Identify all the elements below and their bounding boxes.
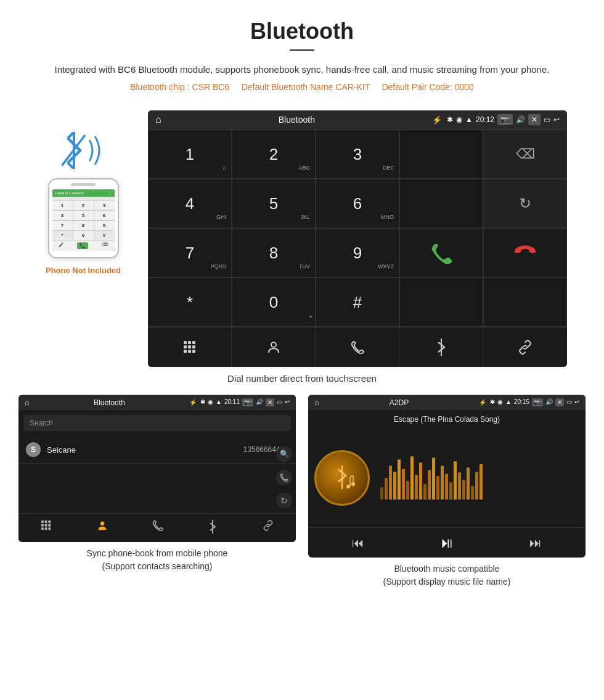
music-song-title: Escape (The Pina Colada Song) xyxy=(394,415,500,424)
dial-key-9[interactable]: 9 WXYZ xyxy=(316,228,399,278)
eq-bar-24 xyxy=(480,464,483,500)
svg-point-22 xyxy=(100,521,104,525)
pb-tb-bt-icon xyxy=(208,520,218,533)
bt-waves-icon xyxy=(86,134,108,168)
location-status-icon: ◉ xyxy=(456,115,462,124)
key-0-num: 0 xyxy=(269,293,278,312)
phone-icon-mic: 🎤 xyxy=(59,242,64,249)
dial-key-7[interactable]: 7 PQRS xyxy=(148,228,232,278)
dial-key-8[interactable]: 8 TUV xyxy=(232,228,316,278)
key-7-sub: PQRS xyxy=(210,263,226,270)
pb-home-icon[interactable]: ⌂ xyxy=(25,398,30,407)
phone-key-8[interactable]: 8 xyxy=(73,221,94,230)
phone-icon-del: ⌫ xyxy=(102,242,108,249)
toolbar-dialpad-button[interactable] xyxy=(148,327,232,367)
dial-key-hash[interactable]: # xyxy=(316,278,399,327)
eq-bar-1 xyxy=(380,487,383,500)
phone-key-star[interactable]: * xyxy=(52,231,73,240)
music-next-button[interactable]: ⏭ xyxy=(529,536,542,550)
music-scr-icon: ▭ xyxy=(566,398,572,406)
dial-key-6[interactable]: 6 MNO xyxy=(316,179,399,228)
pb-tb-call-log[interactable] xyxy=(152,520,163,536)
toolbar-bluetooth-button[interactable] xyxy=(399,327,483,367)
dial-home-icon[interactable]: ⌂ xyxy=(155,114,161,125)
time-display: 20:12 xyxy=(476,115,494,124)
dial-key-4[interactable]: 4 GHI xyxy=(148,179,232,228)
key-hash-num: # xyxy=(353,293,362,312)
svg-rect-15 xyxy=(48,521,51,523)
close-status-icon: ✕ xyxy=(528,114,541,125)
svg-line-1 xyxy=(62,135,85,166)
phone-key-1[interactable]: 1 xyxy=(52,201,73,210)
pb-tb-contacts-active[interactable] xyxy=(97,520,108,536)
pb-loc-icon: ◉ xyxy=(208,398,213,406)
dial-key-1[interactable]: 1 ⌂ xyxy=(148,130,232,179)
toolbar-call-log-button[interactable] xyxy=(316,327,399,367)
svg-rect-10 xyxy=(192,350,195,353)
phonebook-item: ⌂ Bluetooth ⚡ ✱ ◉ ▲ 20:11 📷 🔊 ✕ ▭ ↩ xyxy=(18,395,296,588)
eq-bar-3 xyxy=(389,466,392,500)
pb-search-bar: Search xyxy=(23,415,291,431)
toolbar-link-button[interactable] xyxy=(483,327,567,367)
dial-keypad-grid: 1 ⌂ 2 ABC 3 DEF ⌫ 4 GHI 5 JK xyxy=(148,129,567,327)
phone-key-0[interactable]: 0 xyxy=(73,231,94,240)
dial-key-star[interactable]: * xyxy=(148,278,232,327)
eq-bar-14 xyxy=(436,476,439,500)
eq-bar-5 xyxy=(398,459,401,500)
dial-hangup-button[interactable] xyxy=(483,228,567,278)
bottom-row: ⌂ Bluetooth ⚡ ✱ ◉ ▲ 20:11 📷 🔊 ✕ ▭ ↩ xyxy=(0,395,604,601)
pb-search-icon[interactable]: 🔍 xyxy=(276,446,292,462)
pb-tb-bluetooth[interactable] xyxy=(208,520,218,536)
phone-screen: + Add to Contacts ⋮ 1 2 3 4 5 6 7 8 9 * xyxy=(52,189,115,251)
eq-bar-6 xyxy=(402,469,405,500)
link-icon xyxy=(518,340,533,355)
dial-key-3[interactable]: 3 DEF xyxy=(316,130,399,179)
phone-key-6[interactable]: 6 xyxy=(94,211,115,220)
svg-rect-2 xyxy=(184,341,187,344)
toolbar-contacts-button[interactable] xyxy=(232,327,316,367)
dial-key-2[interactable]: 2 ABC xyxy=(232,130,316,179)
pb-tb-link[interactable] xyxy=(263,520,274,536)
eq-bar-22 xyxy=(471,486,474,500)
music-x-icon: ✕ xyxy=(555,398,564,406)
pb-reload-side-icon[interactable]: ↻ xyxy=(276,493,292,509)
phone-key-2[interactable]: 2 xyxy=(73,201,94,210)
reload-icon: ↻ xyxy=(519,195,531,212)
dial-key-0[interactable]: 0 + xyxy=(232,278,316,327)
dial-backspace-button[interactable]: ⌫ xyxy=(483,130,567,179)
pb-contact-name: Seicane xyxy=(47,445,243,455)
phone-call-button[interactable]: 📞 xyxy=(77,242,88,249)
screen-status-icon: ▭ xyxy=(544,115,550,124)
svg-rect-3 xyxy=(188,341,191,344)
bluetooth-icon-area xyxy=(59,129,108,172)
key-9-num: 9 xyxy=(353,244,362,263)
music-home-icon[interactable]: ⌂ xyxy=(314,398,319,407)
svg-rect-21 xyxy=(48,527,51,530)
key-9-sub: WXYZ xyxy=(378,263,394,270)
eq-bar-21 xyxy=(467,467,470,500)
phone-key-3[interactable]: 3 xyxy=(94,201,115,210)
dial-call-button[interactable] xyxy=(399,228,483,278)
dial-reload-button[interactable]: ↻ xyxy=(483,179,567,228)
phone-key-4[interactable]: 4 xyxy=(52,211,73,220)
phone-bottom-toolbar: 🎤 📞 ⌫ xyxy=(52,240,115,251)
svg-point-25 xyxy=(346,485,350,488)
signal-status-icon: ▲ xyxy=(465,115,473,124)
pb-content-area: Search S Seicane 13566664466 🔍 xyxy=(18,415,296,513)
svg-rect-5 xyxy=(184,345,187,348)
dial-key-5[interactable]: 5 JKL xyxy=(232,179,316,228)
music-play-pause-button[interactable]: ⏯ xyxy=(439,534,454,551)
phone-key-9[interactable]: 9 xyxy=(94,221,115,230)
svg-rect-7 xyxy=(192,345,195,348)
phone-key-7[interactable]: 7 xyxy=(52,221,73,230)
phone-key-hash[interactable]: # xyxy=(94,231,115,240)
pb-call-side-icon[interactable] xyxy=(276,469,292,485)
volume-status-icon: 🔊 xyxy=(516,115,525,124)
pb-tb-dialpad[interactable] xyxy=(41,520,52,536)
phone-key-5[interactable]: 5 xyxy=(73,211,94,220)
camera-status-icon: 📷 xyxy=(497,114,513,125)
music-caption: Bluetooth music compatible (Support disp… xyxy=(383,562,511,588)
dial-empty-3 xyxy=(399,278,483,327)
eq-bar-23 xyxy=(475,472,478,500)
music-prev-button[interactable]: ⏮ xyxy=(352,536,364,550)
